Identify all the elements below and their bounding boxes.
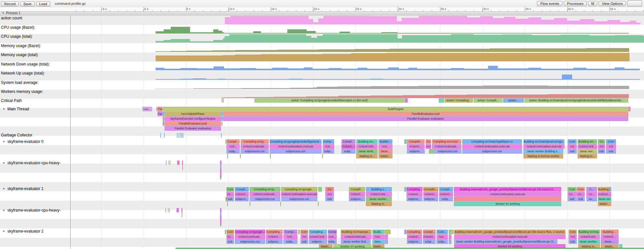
trace-block[interactable]	[227, 154, 228, 158]
trace-block[interactable]	[449, 230, 451, 234]
trace-block[interactable]: Compiling src/google...	[281, 187, 317, 192]
trace-block[interactable]: subp...	[226, 149, 240, 154]
tick-mark[interactable]	[181, 133, 182, 138]
trace-block[interactable]: ActionContinuati...	[250, 192, 280, 196]
trace-block[interactable]: Waiting to...	[578, 154, 597, 158]
trace-block[interactable]: Act	[606, 144, 616, 149]
trace-block[interactable]: skyframeExecutor.configureTargets	[165, 116, 221, 121]
save-button[interactable]: Save	[20, 1, 34, 6]
trace-block[interactable]: ActionContinuation.execute	[462, 144, 522, 149]
trace-block[interactable]: Waitin...	[379, 154, 392, 158]
trace-block[interactable]: Com	[569, 230, 577, 234]
trace-block[interactable]: subp...	[323, 149, 334, 154]
tick-mark[interactable]	[181, 208, 182, 212]
trace-block[interactable]: buildTargets	[163, 107, 629, 111]
trace-block[interactable]: subp...	[423, 239, 436, 244]
trace-block[interactable]: action 'Building src/main/java/com/googl…	[524, 98, 628, 103]
trace-block[interactable]: Building src/ma...	[578, 230, 600, 234]
trace-block[interactable]: Compiling...	[266, 230, 283, 234]
trace-block[interactable]: action 'Compiling...	[445, 98, 473, 103]
trace-block[interactable]	[221, 112, 223, 116]
trace-block[interactable]: Javac worker Building external/com_googl…	[454, 239, 557, 244]
trace-block[interactable]: Compi...	[284, 230, 297, 234]
trace-block[interactable]	[449, 234, 451, 239]
trace-block[interactable]: ActionContinuation.execute	[281, 192, 317, 196]
trace-block[interactable]: subp...	[328, 239, 337, 244]
trace-block[interactable]: Acti...	[328, 234, 337, 239]
trace-block[interactable]: Compilin...	[407, 139, 425, 144]
trace-block[interactable]: Par	[158, 112, 162, 116]
trace-block[interactable]: subprocess.run	[434, 149, 461, 154]
trace-block[interactable]: Compili...	[349, 187, 365, 192]
processes-button[interactable]: Processes	[564, 1, 587, 6]
trace-block[interactable]: ActionContinuation.execute	[270, 144, 322, 149]
trace-block[interactable]: Act	[325, 192, 334, 196]
trace-block[interactable]: Compil...	[226, 139, 240, 144]
trace-block[interactable]: Acti...	[437, 234, 448, 239]
trace-block[interactable]	[280, 202, 281, 206]
tick-mark[interactable]	[168, 161, 169, 165]
trace-block[interactable]: ActionConti...	[578, 144, 597, 149]
trace-block[interactable]: subproc...	[235, 197, 249, 201]
tick-mark[interactable]	[183, 133, 183, 138]
trace-block[interactable]: subprocess.run	[235, 239, 265, 244]
trace-block[interactable]: Com	[226, 230, 234, 234]
trace-block[interactable]: Javac ...	[601, 239, 619, 244]
trace-block[interactable]: Javac wo...	[598, 197, 611, 201]
tick-mark[interactable]	[182, 212, 182, 217]
trace-block[interactable]: action 'Compili...	[474, 98, 503, 103]
trace-block[interactable]	[404, 187, 406, 192]
row-label-skyframe-evaluator-1[interactable]: ▼skyframe-evaluator 1	[1, 187, 43, 191]
trace-block[interactable]: Act	[426, 144, 431, 149]
trace-block[interactable]: Com	[301, 230, 308, 234]
trace-block[interactable]: Java...	[372, 239, 384, 244]
trace-block[interactable]: ActionC...	[407, 144, 425, 149]
trace-block[interactable]: subproc...	[407, 239, 422, 244]
record-button[interactable]: Record	[1, 1, 19, 6]
trace-block[interactable]: subproc...	[423, 197, 438, 201]
tick-mark[interactable]	[220, 168, 221, 178]
tick-mark[interactable]	[220, 208, 221, 212]
trace-block[interactable]: Compiling ...	[407, 187, 422, 192]
trace-block[interactable]: ActionC...	[407, 192, 422, 196]
row-label-main-thread[interactable]: ▼Main Thread	[1, 107, 29, 111]
trace-block[interactable]: subproc...	[309, 239, 327, 244]
trace-block[interactable]	[404, 139, 407, 144]
trace-block[interactable]	[451, 230, 454, 234]
view-options-button[interactable]: View Options	[599, 1, 626, 6]
trace-block[interactable]: Buildin...	[379, 139, 392, 144]
trace-block[interactable]: Par	[158, 107, 162, 111]
tick-mark[interactable]	[160, 133, 161, 138]
trace-block[interactable]: Building s...	[366, 187, 392, 192]
trace-block[interactable]: Compil...	[439, 187, 453, 192]
m-button[interactable]: M	[588, 1, 597, 6]
trace-block[interactable]: Parallel Evaluator evaluation	[223, 116, 628, 121]
trace-block[interactable]: Building src/main/jav...	[341, 230, 371, 234]
extra-button[interactable]	[627, 0, 642, 6]
trace-block[interactable]	[405, 98, 408, 103]
trace-block[interactable]	[318, 187, 322, 192]
trace-block[interactable]	[439, 98, 444, 103]
trace-block[interactable]: Javac wor...	[578, 149, 597, 154]
trace-block[interactable]: Lau...	[142, 107, 152, 111]
trace-block[interactable]: ActionContinuati...	[241, 144, 269, 149]
trace-block[interactable]: Waiting to borrow worker	[524, 154, 563, 158]
trace-block[interactable]: subproc...	[266, 239, 283, 244]
trace-block[interactable]: Act	[568, 144, 577, 149]
flow-events-button[interactable]: Flow events	[537, 1, 562, 6]
tick-mark[interactable]	[182, 165, 183, 170]
trace-block[interactable]: Compil...	[341, 139, 355, 144]
trace-block[interactable]: Compiling src/google...	[235, 230, 265, 234]
trace-block[interactable]: sub	[606, 149, 616, 154]
trace-block[interactable]: subp...	[439, 197, 453, 201]
trace-block[interactable]: Compilin...	[423, 187, 438, 192]
trace-block[interactable]: ActionContinuati...	[432, 144, 461, 149]
trace-block[interactable]: Acti...	[372, 234, 384, 239]
trace-block[interactable]: sub	[568, 149, 577, 154]
trace-block[interactable]: subprocess.run	[241, 149, 269, 154]
trace-block[interactable]: Co	[426, 139, 431, 144]
trace-block[interactable]	[250, 202, 250, 206]
trace-block[interactable]	[221, 116, 223, 121]
trace-block[interactable]: Com...	[437, 230, 448, 234]
trace-block[interactable]: Compiling src/main/cpp/blaze.cc	[462, 139, 522, 144]
